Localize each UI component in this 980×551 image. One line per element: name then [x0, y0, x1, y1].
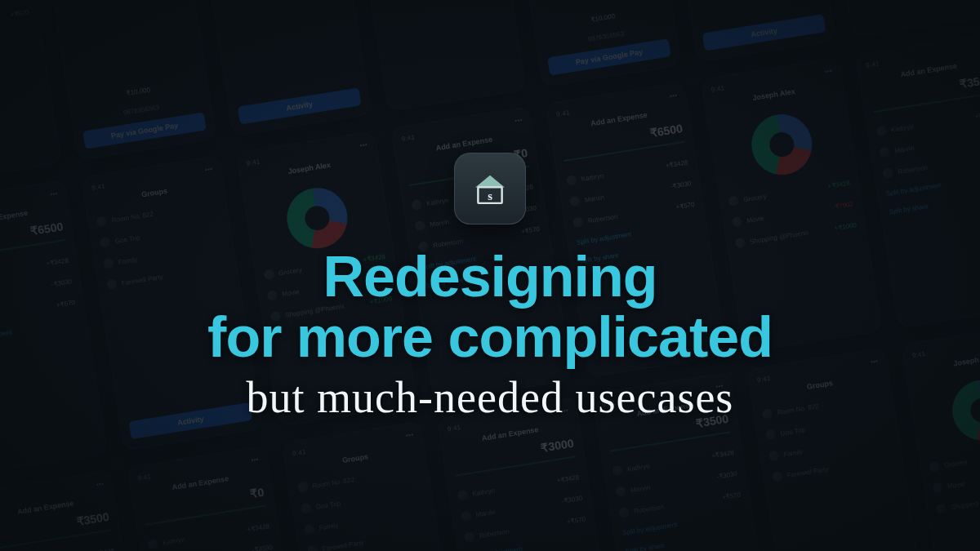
- hero-subtitle: but much-needed usecases: [247, 374, 734, 422]
- hero-title-line1: Redesigning: [323, 245, 657, 309]
- hero-title: Redesigning for more complicated: [207, 247, 773, 367]
- app-icon: s: [454, 153, 526, 224]
- hero-section: s Redesigning for more complicated but m…: [0, 0, 980, 551]
- hero-title-line2: for more complicated: [207, 305, 773, 369]
- svg-marker-0: [475, 176, 505, 188]
- icon-letter: s: [488, 189, 492, 202]
- house-s-icon: s: [469, 167, 511, 210]
